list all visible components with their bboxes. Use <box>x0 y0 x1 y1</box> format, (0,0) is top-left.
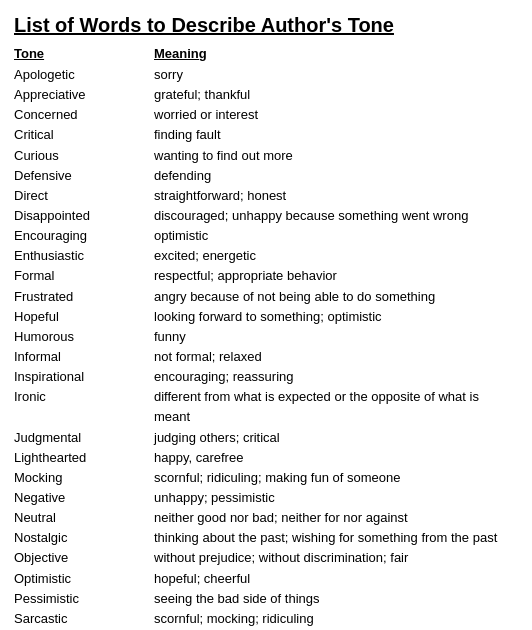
meaning-cell: finding fault <box>154 125 518 145</box>
table-row: Nostalgicthinking about the past; wishin… <box>14 528 518 548</box>
meaning-cell: scornful; mocking; ridiculing <box>154 609 518 629</box>
word-cell: Pessimistic <box>14 589 154 609</box>
word-cell: Critical <box>14 125 154 145</box>
word-cell: Appreciative <box>14 85 154 105</box>
header-meaning: Meaning <box>154 46 518 61</box>
table-row: Appreciativegrateful; thankful <box>14 85 518 105</box>
word-cell: Curious <box>14 146 154 166</box>
table-header: Tone Meaning <box>14 46 518 61</box>
meaning-cell: neither good nor bad; neither for nor ag… <box>154 508 518 528</box>
table-row: Neutralneither good nor bad; neither for… <box>14 508 518 528</box>
word-cell: Hopeful <box>14 307 154 327</box>
table-row: Judgmentaljudging others; critical <box>14 428 518 448</box>
word-cell: Judgmental <box>14 428 154 448</box>
word-cell: Encouraging <box>14 226 154 246</box>
meaning-cell: hopeful; cheerful <box>154 569 518 589</box>
meaning-cell: funny <box>154 327 518 347</box>
word-cell: Enthusiastic <box>14 246 154 266</box>
table-row: Directstraightforward; honest <box>14 186 518 206</box>
table-row: Apologeticsorry <box>14 65 518 85</box>
word-cell: Negative <box>14 488 154 508</box>
word-cell: Objective <box>14 548 154 568</box>
table-row: Curiouswanting to find out more <box>14 146 518 166</box>
table-row: Hopefullooking forward to something; opt… <box>14 307 518 327</box>
meaning-cell: discouraged; unhappy because something w… <box>154 206 518 226</box>
word-cell: Humorous <box>14 327 154 347</box>
table-row: Inspirationalencouraging; reassuring <box>14 367 518 387</box>
word-cell: Defensive <box>14 166 154 186</box>
table-row: Disappointeddiscouraged; unhappy because… <box>14 206 518 226</box>
word-cell: Nostalgic <box>14 528 154 548</box>
meaning-cell: grateful; thankful <box>154 85 518 105</box>
table-row: Negativeunhappy; pessimistic <box>14 488 518 508</box>
table-row: Pessimisticseeing the bad side of things <box>14 589 518 609</box>
table-row: Lightheartedhappy, carefree <box>14 448 518 468</box>
word-cell: Apologetic <box>14 65 154 85</box>
word-cell: Lighthearted <box>14 448 154 468</box>
meaning-cell: thinking about the past; wishing for som… <box>154 528 518 548</box>
meaning-cell: without prejudice; without discriminatio… <box>154 548 518 568</box>
meaning-cell: excited; energetic <box>154 246 518 266</box>
meaning-cell: respectful; appropriate behavior <box>154 266 518 286</box>
table-row: Sarcasticscornful; mocking; ridiculing <box>14 609 518 629</box>
table-row: Optimistichopeful; cheerful <box>14 569 518 589</box>
word-cell: Inspirational <box>14 367 154 387</box>
meaning-cell: scornful; ridiculing; making fun of some… <box>154 468 518 488</box>
meaning-cell: happy, carefree <box>154 448 518 468</box>
table-row: Formalrespectful; appropriate behavior <box>14 266 518 286</box>
meaning-cell: not formal; relaxed <box>154 347 518 367</box>
word-cell: Concerned <box>14 105 154 125</box>
table-row: Enthusiasticexcited; energetic <box>14 246 518 266</box>
word-cell: Optimistic <box>14 569 154 589</box>
word-list: ApologeticsorryAppreciativegrateful; tha… <box>14 65 518 630</box>
table-row: Encouragingoptimistic <box>14 226 518 246</box>
meaning-cell: angry because of not being able to do so… <box>154 287 518 307</box>
meaning-cell: defending <box>154 166 518 186</box>
word-cell: Neutral <box>14 508 154 528</box>
word-cell: Informal <box>14 347 154 367</box>
word-cell: Direct <box>14 186 154 206</box>
word-cell: Disappointed <box>14 206 154 226</box>
table-row: Concernedworried or interest <box>14 105 518 125</box>
header-word: Tone <box>14 46 154 61</box>
table-row: Criticalfinding fault <box>14 125 518 145</box>
table-row: Defensivedefending <box>14 166 518 186</box>
table-row: Humorousfunny <box>14 327 518 347</box>
table-row: Mockingscornful; ridiculing; making fun … <box>14 468 518 488</box>
meaning-cell: optimistic <box>154 226 518 246</box>
meaning-cell: looking forward to something; optimistic <box>154 307 518 327</box>
word-cell: Formal <box>14 266 154 286</box>
word-cell: Mocking <box>14 468 154 488</box>
table-row: Ironicdifferent from what is expected or… <box>14 387 518 427</box>
table-row: Informalnot formal; relaxed <box>14 347 518 367</box>
word-cell: Ironic <box>14 387 154 427</box>
meaning-cell: encouraging; reassuring <box>154 367 518 387</box>
meaning-cell: unhappy; pessimistic <box>154 488 518 508</box>
meaning-cell: sorry <box>154 65 518 85</box>
word-cell: Sarcastic <box>14 609 154 629</box>
meaning-cell: judging others; critical <box>154 428 518 448</box>
meaning-cell: worried or interest <box>154 105 518 125</box>
table-row: Objectivewithout prejudice; without disc… <box>14 548 518 568</box>
meaning-cell: seeing the bad side of things <box>154 589 518 609</box>
word-cell: Frustrated <box>14 287 154 307</box>
meaning-cell: wanting to find out more <box>154 146 518 166</box>
page-title: List of Words to Describe Author's Tone <box>14 12 518 38</box>
table-row: Frustratedangry because of not being abl… <box>14 287 518 307</box>
meaning-cell: different from what is expected or the o… <box>154 387 518 427</box>
meaning-cell: straightforward; honest <box>154 186 518 206</box>
